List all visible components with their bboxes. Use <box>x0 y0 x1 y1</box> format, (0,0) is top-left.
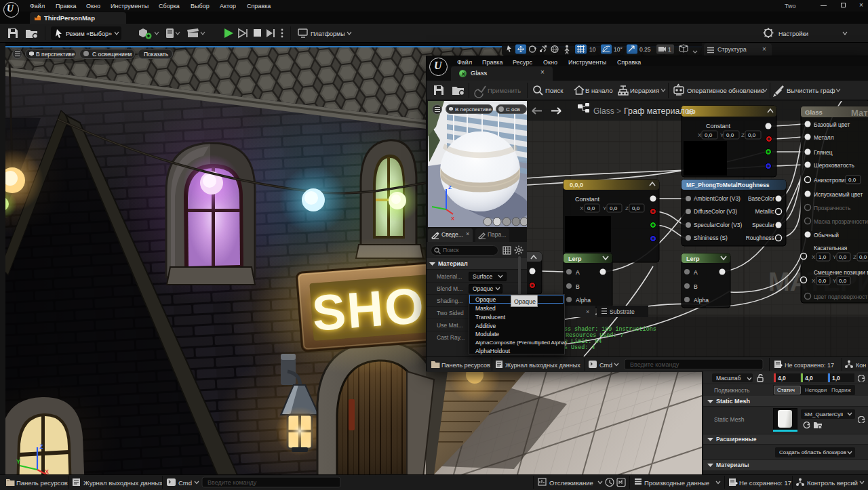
svg-text:Иерархия: Иерархия <box>630 87 659 94</box>
svg-text:Глянец: Глянец <box>814 149 833 156</box>
svg-text:Z: Z <box>448 184 452 190</box>
svg-text:0,0: 0,0 <box>610 205 618 211</box>
svg-text:Кон: Кон <box>856 362 866 369</box>
svg-text:Y: Y <box>16 458 20 465</box>
svg-text:Shininess (S): Shininess (S) <box>694 234 728 241</box>
svg-text:Roughness: Roughness <box>746 234 774 241</box>
svg-text:Испускаемый цвет: Испускаемый цвет <box>814 191 863 198</box>
svg-text:Настройки: Настройки <box>778 30 808 37</box>
svg-text:rs Used: 4: rs Used: 4 <box>561 344 595 351</box>
svg-text:Не сохранено: 17: Не сохранено: 17 <box>785 362 834 369</box>
svg-text:Metallic: Metallic <box>755 208 774 215</box>
svg-text:SpecularColor (V3): SpecularColor (V3) <box>694 222 742 228</box>
svg-text:Вычистить граф: Вычистить граф <box>787 87 835 94</box>
svg-text:Constant: Constant <box>575 196 600 203</box>
svg-text:Смещение позиции в: Смещение позиции в <box>814 269 868 276</box>
svg-text:Маска прозрачности: Маска прозрачности <box>814 218 868 225</box>
svg-text:Не сохранено: 17: Не сохранено: 17 <box>739 479 791 487</box>
svg-text:0,0: 0,0 <box>818 278 827 284</box>
svg-text:Z: Z <box>625 205 629 211</box>
svg-text:Y: Y <box>833 254 837 260</box>
svg-text:X: X <box>698 132 702 138</box>
svg-text:Alpha: Alpha <box>576 297 591 304</box>
svg-text:Прозрачность: Прозрачность <box>814 205 851 211</box>
svg-text:0,0: 0,0 <box>632 205 640 211</box>
svg-text:Панель ресурсов: Панель ресурсов <box>441 362 490 369</box>
svg-text:Металл: Металл <box>814 134 834 141</box>
svg-text:0,0: 0,0 <box>859 254 867 260</box>
svg-text:AmbientColor (V3): AmbientColor (V3) <box>694 195 741 202</box>
svg-text:Z: Z <box>741 132 745 138</box>
svg-text:Введите команду: Введите команду <box>630 361 679 368</box>
svg-text:Базовый цвет: Базовый цвет <box>814 121 850 128</box>
svg-text:Substrate: Substrate <box>610 308 635 315</box>
svg-text:Glass: Glass <box>805 108 823 116</box>
svg-text:Cmd: Cmd <box>178 479 192 487</box>
svg-text:Введите команду: Введите команду <box>208 479 257 486</box>
svg-text:MF_PhongToMetalRoughness: MF_PhongToMetalRoughness <box>686 182 770 188</box>
svg-text:Отслеживание: Отслеживание <box>549 479 593 487</box>
svg-text:BaseColor: BaseColor <box>748 195 774 202</box>
svg-text:0,0: 0,0 <box>726 132 734 138</box>
svg-text:0,0: 0,0 <box>748 132 756 138</box>
svg-text:Контроль версий: Контроль версий <box>807 479 858 487</box>
svg-text:Платформы: Платформы <box>311 30 345 37</box>
svg-text:Specular: Specular <box>752 222 774 228</box>
svg-text:SHO: SHO <box>311 277 427 342</box>
svg-text:Lerp: Lerp <box>686 256 700 262</box>
svg-text:Z: Z <box>853 254 856 260</box>
svg-text:Cmd: Cmd <box>599 362 612 369</box>
svg-text:Касательная: Касательная <box>814 245 847 251</box>
svg-text:Y: Y <box>833 278 837 284</box>
svg-text:Обычный: Обычный <box>814 232 839 239</box>
svg-text:X: X <box>451 216 455 222</box>
svg-text:Alpha: Alpha <box>694 297 709 304</box>
svg-text:1: 1 <box>668 46 671 53</box>
svg-text:Lerp: Lerp <box>568 256 582 262</box>
svg-text:1,0: 1,0 <box>818 254 827 260</box>
svg-text:×: × <box>586 308 589 315</box>
svg-text:Анизотропия: Анизотропия <box>814 177 848 184</box>
svg-text:0,0: 0,0 <box>839 254 847 260</box>
svg-text:>: > <box>616 106 621 116</box>
svg-text:Constant: Constant <box>706 123 731 129</box>
svg-text:Glass: Glass <box>593 106 614 116</box>
svg-text:0,0: 0,0 <box>839 278 847 284</box>
svg-text:Панель ресурсов: Панель ресурсов <box>16 479 68 487</box>
svg-text:Производные данные: Производные данные <box>644 479 709 487</box>
svg-text:0,0: 0,0 <box>705 132 713 138</box>
svg-text:10: 10 <box>589 46 596 53</box>
svg-text:B: B <box>694 283 698 290</box>
svg-text:Журнал выходных данных: Журнал выходных данных <box>505 362 580 369</box>
svg-text:B: B <box>576 283 580 290</box>
svg-text:X: X <box>45 468 49 474</box>
svg-text:Y: Y <box>603 205 607 211</box>
svg-text:X: X <box>812 278 816 284</box>
svg-text:X: X <box>580 205 584 211</box>
svg-text:0,0: 0,0 <box>587 205 595 211</box>
svg-text:Поиск: Поиск <box>545 87 564 94</box>
svg-text:A: A <box>576 269 580 276</box>
svg-text:Журнал выходных данных: Журнал выходных данных <box>83 479 163 487</box>
svg-text:Граф материалов: Граф материалов <box>624 106 694 116</box>
svg-text:DiffuseColor (V3): DiffuseColor (V3) <box>694 208 737 215</box>
svg-text:0,0: 0,0 <box>848 177 856 183</box>
svg-text:Мат: Мат <box>851 108 868 118</box>
svg-text:Оперативное обновление: Оперативное обновление <box>687 87 764 94</box>
svg-text:10°: 10° <box>614 46 623 53</box>
svg-text:Z: Z <box>39 443 43 450</box>
svg-text:Применить: Применить <box>488 87 521 94</box>
svg-text:В начало: В начало <box>585 87 612 94</box>
svg-text:0,0,0: 0,0,0 <box>570 182 583 188</box>
svg-text:A: A <box>694 269 698 276</box>
svg-text:X: X <box>812 254 816 260</box>
svg-text:Цвет подповерхност: Цвет подповерхност <box>814 293 867 300</box>
svg-text:0.25: 0.25 <box>639 46 651 53</box>
svg-text:Режим «Выбор»: Режим «Выбор» <box>66 30 112 37</box>
svg-text:Шероховатость: Шероховатость <box>814 162 855 169</box>
